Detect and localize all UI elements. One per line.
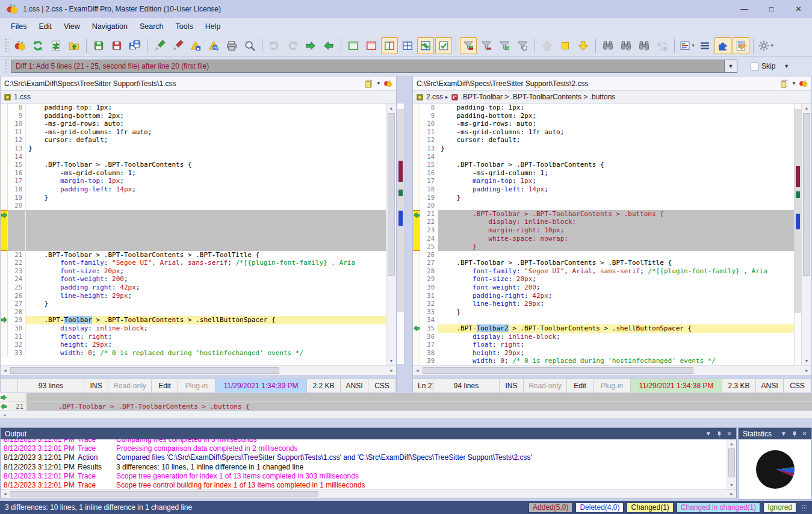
code-line[interactable]: 8 padding-top: 1px;: [1, 104, 386, 112]
code-line[interactable]: [1, 210, 386, 218]
copy-block-left-icon[interactable]: [413, 325, 420, 332]
status-segment[interactable]: CSS: [784, 379, 811, 392]
status-segment[interactable]: 11/29/2021 1:34:38 PM: [631, 379, 722, 392]
path-dropdown-icon[interactable]: ▼: [792, 81, 796, 86]
menu-item-help[interactable]: Help: [199, 20, 227, 33]
find-next-button[interactable]: [618, 37, 634, 54]
status-segment[interactable]: Edit: [567, 379, 594, 392]
code-line[interactable]: 15 .BPT-Toolbar > .BPT-ToolbarContents {: [413, 161, 794, 169]
status-segment[interactable]: 11/29/2021 1:34:39 PM: [215, 379, 307, 392]
code-line[interactable]: 9 padding-bottom: 2px;: [1, 112, 386, 120]
output-row[interactable]: 8/12/2023 3:12:01 PMActionCompared files…: [1, 453, 727, 462]
badge-ignored[interactable]: Ignored: [763, 503, 796, 513]
status-segment[interactable]: Read-only: [524, 379, 567, 392]
code-line[interactable]: 25 padding-right: 42px;: [1, 283, 386, 292]
code-line[interactable]: 19 }: [413, 194, 794, 202]
scrollbar-thumb[interactable]: [388, 113, 395, 276]
print-button[interactable]: [223, 37, 240, 54]
menu-item-search[interactable]: Search: [134, 20, 170, 33]
show-second-pane-button[interactable]: [363, 37, 380, 54]
code-line[interactable]: 23 margin-right: 10px;: [413, 226, 794, 235]
scrollbar-thumb[interactable]: [10, 367, 279, 374]
scroll-up-icon[interactable]: ▲: [727, 439, 736, 448]
code-line[interactable]: 9 padding-bottom: 2px;: [413, 112, 794, 120]
diff-map-mark[interactable]: [796, 191, 800, 198]
code-line[interactable]: 18 padding-left: 14px;: [413, 185, 794, 194]
resize-grip[interactable]: [801, 504, 807, 510]
copy-left-button[interactable]: [320, 37, 337, 54]
scrollbar-thumb[interactable]: [10, 491, 318, 497]
code-line[interactable]: 22 display: inline-block;: [413, 218, 794, 226]
second-file-horizontal-scrollbar[interactable]: ◄ ►: [413, 365, 811, 375]
breadcrumb-node-path[interactable]: .BPT-Toolbar > .BPT-ToolbarContents > .b…: [461, 93, 616, 101]
code-line[interactable]: 14: [413, 153, 794, 161]
scroll-right-icon[interactable]: ►: [727, 492, 736, 496]
filter-search-button[interactable]: [514, 37, 531, 54]
current-diff-button[interactable]: [557, 37, 574, 54]
status-segment[interactable]: CSS: [368, 379, 396, 392]
output-panes-button[interactable]: ▾: [678, 37, 695, 54]
scrollbar-thumb[interactable]: [423, 367, 693, 374]
current-diff-row[interactable]: [0, 393, 812, 402]
code-line[interactable]: 28 font-family: "Segoe UI", Arial, sans-…: [413, 267, 794, 276]
diffbar-grip[interactable]: [5, 58, 8, 74]
output-row[interactable]: 8/12/2023 3:12:01 PMTraceScope tree cont…: [1, 481, 727, 489]
badge-deleted[interactable]: Deleted(4,0): [575, 503, 624, 513]
toolbar-overflow-icon[interactable]: ▼: [784, 63, 789, 69]
settings-button[interactable]: ▾: [757, 37, 774, 54]
menu-item-files[interactable]: Files: [5, 20, 33, 33]
code-line[interactable]: 11 -ms-grid-columns: 1fr auto;: [1, 128, 386, 137]
status-segment[interactable]: INS: [84, 379, 108, 392]
edit-first-button[interactable]: [151, 37, 168, 54]
close-icon[interactable]: ✕: [802, 430, 807, 437]
scroll-up-icon[interactable]: ▲: [802, 104, 811, 113]
save-second-button[interactable]: [108, 37, 125, 54]
code-line[interactable]: 27 .BPT-Toolbar > .BPT-ToolbarContents >…: [413, 259, 794, 267]
chevron-down-icon[interactable]: ▼: [781, 430, 787, 437]
skip-option[interactable]: Skip: [751, 62, 775, 70]
output-row[interactable]: 8/12/2023 3:12:01 PMTraceComparing files…: [1, 439, 727, 444]
status-segment[interactable]: Plug-in: [594, 379, 631, 392]
first-file-horizontal-scrollbar[interactable]: ◄ ►: [1, 365, 396, 375]
code-line[interactable]: 30 font-weight: 200;: [413, 283, 794, 292]
scrollbar-thumb[interactable]: [728, 448, 735, 477]
copy-path-icon[interactable]: [779, 79, 789, 88]
scroll-down-icon[interactable]: ▼: [802, 356, 811, 365]
filter-all-button[interactable]: [460, 37, 477, 54]
output-row[interactable]: 8/12/2023 3:12:01 PMTraceScope tree gene…: [1, 472, 727, 481]
find-prev-button[interactable]: [636, 37, 652, 54]
output-vertical-scrollbar[interactable]: ▲ ▼: [727, 439, 736, 489]
diff-map-mark[interactable]: [796, 166, 800, 187]
status-segment[interactable]: 93 lines: [18, 379, 84, 392]
code-line[interactable]: 18 padding-left: 14px;: [1, 185, 386, 194]
code-line[interactable]: 25 }: [413, 243, 794, 251]
diff-map-mark[interactable]: [796, 214, 800, 229]
code-line[interactable]: 38 height: 29px;: [413, 349, 794, 358]
menu-item-view[interactable]: View: [58, 20, 86, 33]
status-segment[interactable]: ANSI: [341, 379, 368, 392]
maximize-button[interactable]: □: [758, 0, 785, 18]
scroll-left-icon[interactable]: ◄: [413, 368, 422, 373]
snapshot-compare-button[interactable]: [205, 37, 222, 54]
code-line[interactable]: 16 -ms-grid-column: 1;: [413, 169, 794, 178]
code-line[interactable]: 32 line-height: 29px;: [413, 300, 794, 308]
code-line[interactable]: 15 .BPT-Toolbar > .BPT-ToolbarContents {: [1, 161, 386, 169]
scroll-left-icon[interactable]: ◄: [2, 413, 7, 417]
first-file-diff-map[interactable]: [397, 103, 404, 365]
first-file-editor[interactable]: 8 padding-top: 1px;9 padding-bottom: 2px…: [1, 104, 396, 365]
toolbar-grip[interactable]: [5, 38, 8, 54]
plugins-button[interactable]: [714, 37, 731, 54]
code-line[interactable]: 19 }: [1, 194, 386, 202]
status-segment[interactable]: Ln 21, Col 1: [413, 379, 433, 392]
copy-block-right-icon[interactable]: [1, 317, 8, 323]
output-horizontal-scrollbar[interactable]: ◄ ►: [1, 489, 736, 498]
status-segment[interactable]: Plug-in: [178, 379, 215, 392]
pin-icon[interactable]: [716, 431, 722, 437]
copy-block-left-icon[interactable]: [413, 212, 420, 218]
current-diff-combo[interactable]: Diff 1: Add 5 lines (21 - 25, second fil…: [11, 60, 724, 73]
code-line[interactable]: 24 white-space: nowrap;: [413, 235, 794, 243]
filter-added-button[interactable]: [496, 37, 513, 54]
code-line[interactable]: 12 cursor: default;: [1, 136, 386, 144]
status-segment[interactable]: Edit: [152, 379, 178, 392]
code-line[interactable]: 39 width: 0; /* 0 is replaced during 'ho…: [413, 357, 794, 365]
